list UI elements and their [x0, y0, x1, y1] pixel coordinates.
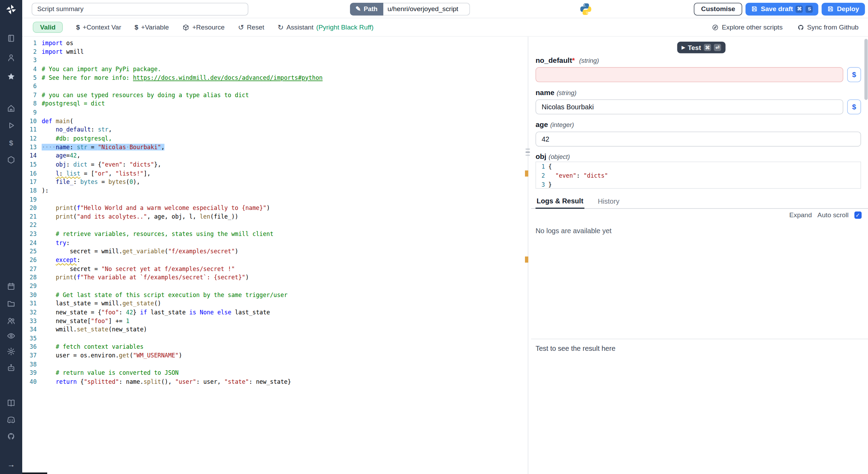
line-number: 18: [22, 186, 42, 195]
add-context-var-button[interactable]: $ +Context Var: [76, 23, 121, 31]
code-line: [42, 56, 524, 65]
line-number: 35: [22, 334, 42, 343]
assistant-button[interactable]: ↻ Assistant (Pyright Black Ruff): [277, 23, 373, 31]
name-input[interactable]: [535, 99, 843, 114]
code-line: wmill.set_state(new_state): [42, 325, 524, 334]
save-draft-button[interactable]: Save draft ⌘ S: [746, 2, 819, 15]
book-icon[interactable]: [6, 33, 16, 43]
add-resource-button[interactable]: +Resource: [182, 23, 225, 31]
deploy-button[interactable]: Deploy: [822, 2, 865, 15]
line-number: 30: [22, 291, 42, 299]
workers-robot-icon[interactable]: [6, 363, 16, 373]
obj-json-editor[interactable]: 123 { "even": "dicts"}: [535, 162, 861, 189]
code-line: [42, 334, 524, 343]
field-label-no-default: no_default* (string): [535, 56, 599, 65]
deploy-save-icon: [827, 6, 834, 12]
home-icon[interactable]: [6, 103, 16, 113]
github-icon[interactable]: [6, 431, 16, 441]
star-icon[interactable]: [6, 71, 16, 82]
check-icon: ✓: [856, 212, 860, 218]
splitter-grip-icon[interactable]: [526, 149, 530, 155]
windmill-logo[interactable]: [5, 3, 18, 16]
docs-book-icon[interactable]: [6, 398, 16, 408]
path-group: ✎ Path: [350, 2, 470, 15]
editor-code[interactable]: import osimport wmill # You can import a…: [42, 39, 524, 474]
user-icon[interactable]: [6, 53, 16, 63]
name-variable-picker-button[interactable]: $: [847, 99, 861, 114]
explore-other-scripts-button[interactable]: Explore other scripts: [712, 23, 783, 31]
kbd-cmd: ⌘: [704, 44, 711, 51]
line-number: 38: [22, 360, 42, 369]
line-number: 27: [22, 265, 42, 273]
kbd-cmd: ⌘: [796, 5, 803, 12]
reset-button[interactable]: ↺ Reset: [238, 23, 264, 31]
code-line: secret = wmill.get_variable("f/examples/…: [42, 247, 524, 256]
github-icon: [797, 24, 804, 31]
collapse-arrow-icon[interactable]: →: [6, 459, 16, 469]
no-default-variable-picker-button[interactable]: $: [847, 67, 861, 82]
field-label-obj: obj(object): [535, 152, 570, 160]
audit-eye-icon[interactable]: [6, 331, 16, 341]
kbd-enter: ⏎: [714, 44, 721, 51]
code-line: obj: dict = {"even": "dicts"},: [42, 160, 524, 169]
variables-dollar-icon[interactable]: $: [6, 138, 16, 148]
code-line: "even": "dicts": [548, 171, 860, 180]
folders-icon[interactable]: [6, 299, 16, 309]
line-number: 11: [22, 126, 42, 134]
schedules-calendar-icon[interactable]: [6, 281, 16, 291]
line-number: 5: [22, 74, 42, 82]
code-line: def main(: [42, 117, 524, 126]
reset-icon: ↺: [238, 24, 244, 31]
add-variable-button[interactable]: $ +Variable: [135, 23, 169, 31]
python-logo-icon[interactable]: [579, 2, 593, 16]
customise-button[interactable]: Customise: [694, 2, 743, 15]
line-number: 23: [22, 230, 42, 239]
hub-icon[interactable]: [6, 155, 16, 165]
path-input[interactable]: [383, 2, 470, 15]
autoscroll-checkbox[interactable]: ✓: [854, 211, 861, 219]
code-line: new_state["foo"] += 1: [42, 317, 524, 325]
code-line: last_state = wmill.get_state(): [42, 299, 524, 308]
code-line: ····name: str = "Nicolas·Bourbaki",: [42, 143, 524, 152]
panel-scrollbar[interactable]: [864, 39, 868, 100]
code-line: user = os.environ.get("WM_USERNAME"): [42, 352, 524, 360]
tab-history[interactable]: History: [596, 198, 620, 208]
groups-users-icon[interactable]: [6, 316, 16, 326]
obj-code[interactable]: { "even": "dicts"}: [548, 162, 860, 188]
script-summary-input[interactable]: [32, 2, 248, 15]
line-number: 19: [22, 195, 42, 204]
code-line: return {"splitted": name.split(), "user"…: [42, 378, 524, 386]
code-editor[interactable]: 1234567891011121314151617181920212223242…: [22, 37, 524, 474]
code-line: print(f"The variable at `f/examples/secr…: [42, 273, 524, 282]
sync-from-github-button[interactable]: Sync from Github: [797, 23, 859, 31]
code-line: import os: [42, 39, 524, 48]
path-button[interactable]: ✎ Path: [350, 2, 383, 15]
code-line: import wmill: [42, 48, 524, 56]
expand-button[interactable]: Expand: [789, 211, 812, 219]
code-line: print("and its acolytes..", age, obj, l,…: [42, 213, 524, 221]
log-options: Expand Auto scroll ✓: [789, 211, 861, 219]
assistant-icon: ↻: [277, 24, 283, 31]
play-icon: ▶: [682, 45, 685, 50]
line-number: 8: [22, 100, 42, 108]
editor-panel-splitter[interactable]: [524, 37, 531, 474]
no-default-input[interactable]: [535, 67, 843, 82]
tab-logs-result[interactable]: Logs & Result: [535, 197, 584, 209]
code-line: # you can use typed resources by doing a…: [42, 91, 524, 100]
test-button[interactable]: ▶ Test ⌘ ⏎: [677, 42, 725, 53]
runs-play-icon[interactable]: [6, 120, 16, 130]
settings-gear-icon[interactable]: [6, 346, 16, 356]
autoscroll-label[interactable]: Auto scroll: [817, 211, 849, 219]
dollar-icon: $: [135, 23, 139, 31]
line-number: 6: [22, 82, 42, 91]
code-line: ):: [42, 186, 524, 195]
code-line: no_default: str,: [42, 126, 524, 134]
age-input[interactable]: [535, 132, 861, 146]
line-number: 29: [22, 282, 42, 291]
code-line: {: [548, 162, 860, 171]
save-draft-label: Save draft: [761, 5, 793, 12]
line-number: 36: [22, 343, 42, 352]
code-line: # Get last state of this script executio…: [42, 291, 524, 299]
line-number: 25: [22, 247, 42, 256]
discord-icon[interactable]: [6, 415, 16, 425]
